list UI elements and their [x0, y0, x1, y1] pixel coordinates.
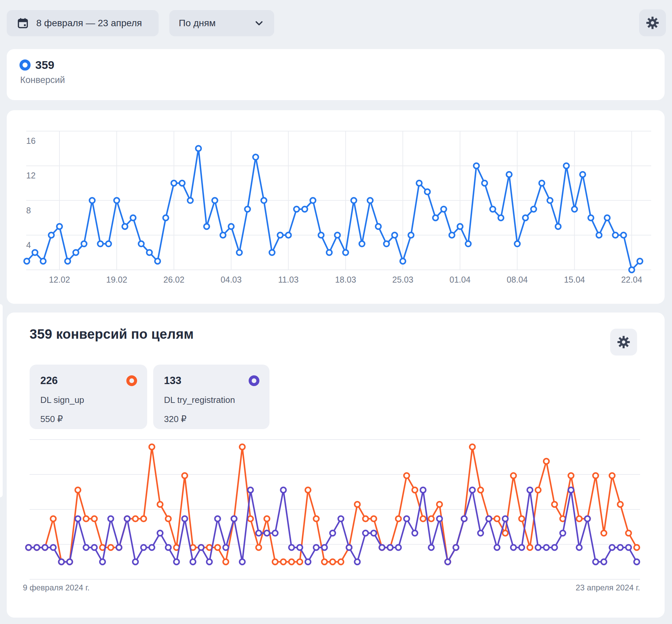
goals-axis-end-label: 23 апреля 2024 г. — [575, 583, 640, 592]
goals-card: 359 конверсий по целям 226 DL sign_up 55… — [7, 312, 665, 618]
offscreen-card-edge — [0, 304, 3, 497]
conversions-summary-card: 359 Конверсий — [7, 49, 665, 100]
conversions-chart-card: 16128412.0219.0226.0204.0311.0318.0325.0… — [7, 110, 665, 304]
goals-axis-start-label: 9 февраля 2024 г. — [23, 583, 90, 592]
date-range-picker[interactable]: 8 февраля — 23 апреля — [7, 10, 159, 36]
calendar-icon — [17, 17, 29, 29]
svg-text:26.02: 26.02 — [163, 275, 184, 284]
svg-text:04.03: 04.03 — [221, 275, 242, 284]
granularity-select[interactable]: По дням — [169, 10, 274, 36]
goals-line-chart[interactable] — [7, 312, 665, 618]
svg-text:18.03: 18.03 — [335, 275, 356, 284]
granularity-label: По дням — [179, 18, 216, 29]
svg-text:22.04: 22.04 — [621, 275, 642, 284]
conversions-line-chart[interactable]: 16128412.0219.0226.0204.0311.0318.0325.0… — [7, 110, 665, 304]
svg-text:15.04: 15.04 — [564, 275, 585, 284]
settings-button[interactable] — [639, 9, 666, 36]
svg-text:16: 16 — [26, 136, 35, 146]
svg-text:01.04: 01.04 — [449, 275, 471, 284]
svg-text:19.02: 19.02 — [106, 275, 127, 284]
svg-text:12.02: 12.02 — [49, 275, 70, 284]
svg-text:8: 8 — [26, 206, 31, 215]
conversions-total: 359 — [35, 58, 54, 72]
conversions-total-label: Конверсий — [20, 75, 665, 85]
chevron-down-icon — [253, 18, 265, 29]
svg-text:12: 12 — [26, 171, 35, 180]
gear-icon — [645, 16, 660, 30]
svg-text:08.04: 08.04 — [507, 275, 528, 284]
svg-text:4: 4 — [26, 240, 31, 250]
blue-series-marker-icon — [20, 59, 31, 71]
date-range-label: 8 февраля — 23 апреля — [36, 18, 142, 29]
svg-text:25.03: 25.03 — [392, 275, 414, 284]
svg-text:11.03: 11.03 — [278, 275, 299, 284]
